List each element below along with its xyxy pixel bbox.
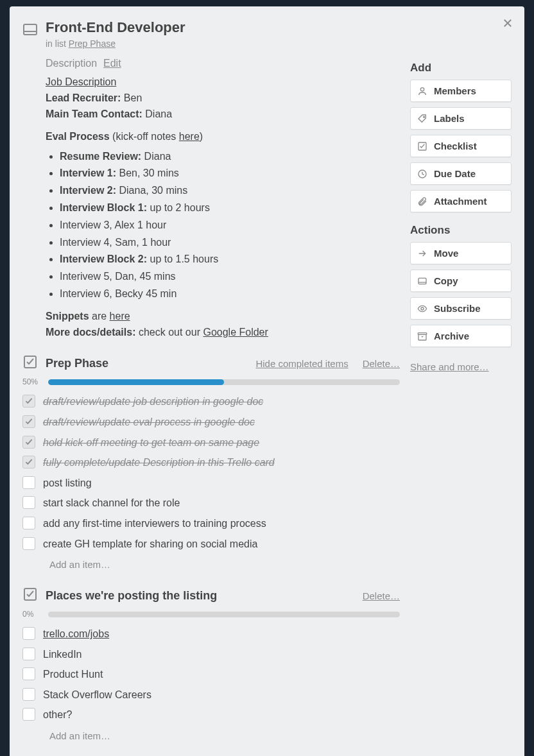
description-bullet: Interivew 5, Dan, 45 mins — [60, 269, 400, 285]
progress-percent: 50% — [22, 377, 42, 386]
svg-rect-9 — [418, 334, 426, 340]
description-section: Description Edit Job Description Lead Re… — [22, 58, 400, 340]
kickoff-notes-link[interactable]: here — [179, 131, 200, 142]
checkbox[interactable] — [22, 436, 35, 449]
add-labels-button[interactable]: Labels — [410, 107, 512, 130]
checkbox[interactable] — [22, 456, 35, 468]
checkbox[interactable] — [22, 708, 35, 721]
checklist-item[interactable]: post listing — [22, 473, 400, 494]
description-bullet: Interview 4, Sam, 1 hour — [60, 235, 400, 251]
svg-rect-10 — [418, 333, 426, 335]
checklist-title[interactable]: Prep Phase — [46, 357, 241, 370]
delete-checklist-link[interactable]: Delete… — [363, 590, 400, 601]
snippets-link[interactable]: here — [110, 311, 130, 322]
checklist-item-label: trello.com/jobs — [43, 627, 109, 641]
add-checklist-item[interactable]: Add an item… — [22, 554, 400, 575]
description-bullet: Interview Block 1: up to 2 hours — [60, 200, 400, 216]
card-icon — [417, 276, 427, 286]
add-heading: Add — [410, 62, 512, 74]
checkbox[interactable] — [22, 517, 35, 529]
progress-bar — [48, 379, 400, 385]
button-label: Members — [434, 85, 476, 96]
card-list-info: in list Prep Phase — [46, 39, 185, 49]
description-bullet: Interview Block 2: up to 1.5 hours — [60, 252, 400, 268]
checklist-item-label: draft/review/update job description in g… — [43, 395, 263, 409]
svg-rect-0 — [24, 24, 37, 35]
button-label: Checklist — [434, 141, 477, 151]
checkbox[interactable] — [22, 395, 35, 408]
checkbox[interactable] — [22, 688, 35, 701]
checkbox[interactable] — [22, 537, 35, 550]
checklist-item[interactable]: Stack Overflow Careers — [22, 685, 400, 705]
svg-point-4 — [424, 116, 425, 117]
checklist-item-label: create GH template for sharing on social… — [43, 537, 257, 551]
checklist-item[interactable]: Product Hunt — [22, 664, 400, 685]
add-attachment-button[interactable]: Attachment — [410, 190, 512, 212]
checklist-item-label: other? — [43, 708, 72, 722]
checklist-icon — [22, 354, 38, 372]
checklist-item[interactable]: hold kick-off meeting to get team on sam… — [22, 433, 400, 453]
hide-completed-link[interactable]: Hide completed items — [255, 358, 348, 369]
actions-heading: Actions — [410, 224, 512, 237]
checklist: Prep PhaseHide completed itemsDelete…50%… — [22, 354, 400, 575]
close-icon[interactable] — [499, 14, 517, 32]
google-folder-link[interactable]: Google Folder — [203, 327, 268, 338]
checklist-item-label: Product Hunt — [43, 667, 103, 682]
action-archive-button[interactable]: Archive — [410, 325, 512, 347]
add-checklist-button[interactable]: Checklist — [410, 135, 512, 157]
add-checklist-item[interactable]: Add an item… — [22, 725, 400, 746]
checklist-item[interactable]: LinkedIn — [22, 644, 400, 665]
clock-icon — [417, 169, 427, 179]
description-body[interactable]: Job Description Lead Recruiter: Ben Main… — [46, 74, 400, 340]
checkbox[interactable] — [22, 667, 35, 680]
user-icon — [417, 86, 427, 96]
checklist-item-label: hold kick-off meeting to get team on sam… — [43, 436, 259, 450]
action-subscribe-button[interactable]: Subscribe — [410, 297, 512, 320]
checklist: Places we're posting the listingDelete…0… — [22, 587, 400, 746]
action-move-button[interactable]: Move — [410, 242, 512, 264]
delete-checklist-link[interactable]: Delete… — [363, 358, 400, 369]
checklist-item[interactable]: draft/review/update eval process in goog… — [22, 412, 400, 433]
job-description-link[interactable]: Job Description — [46, 76, 116, 87]
check-icon — [417, 141, 427, 151]
description-heading: Description — [46, 58, 97, 69]
checklist-item-label: fully complete/update Description in thi… — [43, 456, 275, 470]
edit-description-link[interactable]: Edit — [103, 58, 121, 69]
add-members-button[interactable]: Members — [410, 80, 512, 102]
checklist-item-link[interactable]: trello.com/jobs — [43, 628, 109, 639]
checklist-item[interactable]: fully complete/update Description in thi… — [22, 452, 400, 473]
add-due-date-button[interactable]: Due Date — [410, 162, 512, 185]
action-copy-button[interactable]: Copy — [410, 270, 512, 292]
card-icon — [22, 22, 38, 40]
checklist-item[interactable]: start slack channel for the role — [22, 493, 400, 513]
button-label: Copy — [434, 275, 458, 286]
button-label: Labels — [434, 113, 465, 124]
checklist-item[interactable]: draft/review/update job description in g… — [22, 391, 400, 412]
eye-icon — [417, 304, 427, 314]
checkbox[interactable] — [22, 648, 35, 660]
list-link[interactable]: Prep Phase — [69, 39, 116, 49]
button-label: Subscribe — [434, 303, 481, 314]
svg-point-3 — [420, 88, 424, 91]
description-bullet: Interview 1: Ben, 30 mins — [60, 166, 400, 182]
checklist-item-label: draft/review/update eval process in goog… — [43, 415, 255, 429]
description-bullet: Interview 2: Diana, 30 mins — [60, 183, 400, 199]
checklist-item[interactable]: other? — [22, 705, 400, 725]
checklist-item[interactable]: trello.com/jobs — [22, 624, 400, 644]
card-modal: Front-End Developer in list Prep Phase D… — [10, 6, 524, 756]
button-label: Move — [434, 248, 458, 259]
checkbox[interactable] — [22, 476, 35, 489]
checkbox[interactable] — [22, 496, 35, 509]
checklist-title[interactable]: Places we're posting the listing — [46, 589, 349, 603]
checklist-item[interactable]: add any first-time interviewers to train… — [22, 513, 400, 534]
sidebar: Add MembersLabelsChecklistDue DateAttach… — [410, 58, 512, 756]
checklist-item[interactable]: create GH template for sharing on social… — [22, 534, 400, 554]
checklist-icon — [22, 587, 38, 605]
checkbox[interactable] — [22, 415, 35, 428]
card-title[interactable]: Front-End Developer — [46, 19, 185, 36]
share-and-more-link[interactable]: Share and more… — [410, 361, 489, 372]
checkbox[interactable] — [22, 627, 35, 640]
progress-percent: 0% — [22, 610, 42, 619]
checklist-item-label: add any first-time interviewers to train… — [43, 517, 266, 531]
description-bullet: Resume Review: Diana — [60, 149, 400, 165]
